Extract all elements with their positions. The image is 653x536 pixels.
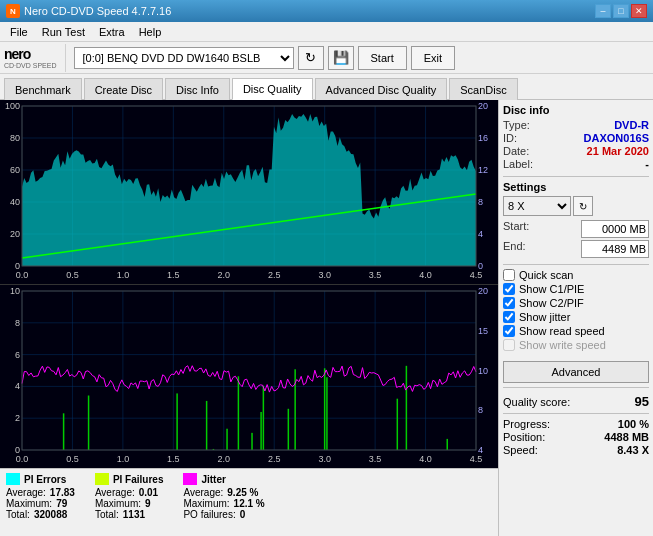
quality-score-value: 95 [635,394,649,409]
disc-info-title: Disc info [503,104,649,116]
type-label: Type: [503,119,530,131]
quick-scan-label: Quick scan [519,269,573,281]
speed-select[interactable]: 8 X 4 X 12 X 16 X [503,196,571,216]
main-content: PI Errors Average: 17.83 Maximum: 79 Tot… [0,100,653,536]
settings-refresh-btn[interactable]: ↻ [573,196,593,216]
show-c1-row: Show C1/PIE [503,283,649,295]
settings-section: Settings 8 X 4 X 12 X 16 X ↻ Start: End: [503,181,649,258]
id-label: ID: [503,132,517,144]
show-write-speed-checkbox [503,339,515,351]
date-value: 21 Mar 2020 [587,145,649,157]
progress-label: Progress: [503,418,550,430]
disc-info-section: Disc info Type: DVD-R ID: DAXON016S Date… [503,104,649,170]
toolbar: nero CD·DVD SPEED [0:0] BENQ DVD DD DW16… [0,42,653,74]
divider-4 [503,413,649,414]
pi-total-label: Total: [6,509,30,520]
tab-advanced-disc-quality[interactable]: Advanced Disc Quality [315,78,448,100]
menu-bar: File Run Test Extra Help [0,22,653,42]
quick-scan-row: Quick scan [503,269,649,281]
divider-3 [503,387,649,388]
speed-label: Speed: [503,444,538,456]
show-c2-row: Show C2/PIF [503,297,649,309]
show-jitter-checkbox[interactable] [503,311,515,323]
app-window: N Nero CD-DVD Speed 4.7.7.16 – □ ✕ File … [0,0,653,536]
tab-disc-quality[interactable]: Disc Quality [232,78,313,100]
start-label: Start: [503,220,529,238]
title-bar-left: N Nero CD-DVD Speed 4.7.7.16 [6,4,171,18]
pi-max-val: 79 [56,498,67,509]
pi-avg-val: 17.83 [50,487,75,498]
legend-area: PI Errors Average: 17.83 Maximum: 79 Tot… [0,468,498,536]
show-write-speed-row: Show write speed [503,339,649,351]
minimize-button[interactable]: – [595,4,611,18]
exit-button[interactable]: Exit [411,46,455,70]
show-write-speed-label: Show write speed [519,339,606,351]
start-button[interactable]: Start [358,46,407,70]
quick-scan-checkbox[interactable] [503,269,515,281]
title-bar-buttons: – □ ✕ [595,4,647,18]
progress-value: 100 % [618,418,649,430]
id-value: DAXON016S [584,132,649,144]
settings-title: Settings [503,181,649,193]
show-c2-label: Show C2/PIF [519,297,584,309]
app-title: Nero CD-DVD Speed 4.7.7.16 [24,5,171,17]
tab-create-disc[interactable]: Create Disc [84,78,163,100]
charts-column: PI Errors Average: 17.83 Maximum: 79 Tot… [0,100,498,536]
disc-label-value: - [645,158,649,170]
nero-logo: nero CD·DVD SPEED [4,44,66,72]
upper-chart-canvas [0,100,498,284]
advanced-button[interactable]: Advanced [503,361,649,383]
pi-errors-color-box [6,473,20,485]
pi-failures-color-box [95,473,109,485]
disc-label-label: Label: [503,158,533,170]
pi-failures-label: PI Failures [113,474,164,485]
tab-scan-disc[interactable]: ScanDisc [449,78,517,100]
show-jitter-label: Show jitter [519,311,570,323]
tabs-bar: Benchmark Create Disc Disc Info Disc Qua… [0,74,653,100]
lower-chart-canvas [0,285,498,468]
menu-help[interactable]: Help [133,23,168,41]
show-c1-checkbox[interactable] [503,283,515,295]
quality-score-row: Quality score: 95 [503,394,649,409]
lower-chart [0,285,498,468]
legend-pi-errors: PI Errors Average: 17.83 Maximum: 79 Tot… [6,473,75,532]
divider-2 [503,264,649,265]
date-label: Date: [503,145,529,157]
pi-avg-label: Average: [6,487,46,498]
end-field[interactable] [581,240,649,258]
show-c2-checkbox[interactable] [503,297,515,309]
type-value: DVD-R [614,119,649,131]
tab-disc-info[interactable]: Disc Info [165,78,230,100]
pi-total-val: 320088 [34,509,67,520]
refresh-icon-btn[interactable]: ↻ [298,46,324,70]
close-button[interactable]: ✕ [631,4,647,18]
maximize-button[interactable]: □ [613,4,629,18]
tab-benchmark[interactable]: Benchmark [4,78,82,100]
divider-1 [503,176,649,177]
upper-chart [0,100,498,285]
checkbox-section: Quick scan Show C1/PIE Show C2/PIF Show … [503,269,649,351]
start-field[interactable] [581,220,649,238]
progress-section: Progress: 100 % Position: 4488 MB Speed:… [503,418,649,456]
device-select[interactable]: [0:0] BENQ DVD DD DW1640 BSLB [74,47,294,69]
right-panel: Disc info Type: DVD-R ID: DAXON016S Date… [498,100,653,536]
jitter-color-box [183,473,197,485]
quality-score-label: Quality score: [503,396,570,408]
show-jitter-row: Show jitter [503,311,649,323]
app-icon: N [6,4,20,18]
nero-sub: CD·DVD SPEED [4,62,57,69]
legend-pi-failures: PI Failures Average: 0.01 Maximum: 9 Tot… [95,473,164,532]
show-c1-label: Show C1/PIE [519,283,584,295]
nero-brand: nero [4,46,30,62]
end-label: End: [503,240,526,258]
menu-file[interactable]: File [4,23,34,41]
pi-errors-label: PI Errors [24,474,66,485]
menu-run-test[interactable]: Run Test [36,23,91,41]
jitter-label: Jitter [201,474,225,485]
save-icon-btn[interactable]: 💾 [328,46,354,70]
position-value: 4488 MB [604,431,649,443]
show-read-speed-checkbox[interactable] [503,325,515,337]
speed-value: 8.43 X [617,444,649,456]
show-read-speed-label: Show read speed [519,325,605,337]
menu-extra[interactable]: Extra [93,23,131,41]
